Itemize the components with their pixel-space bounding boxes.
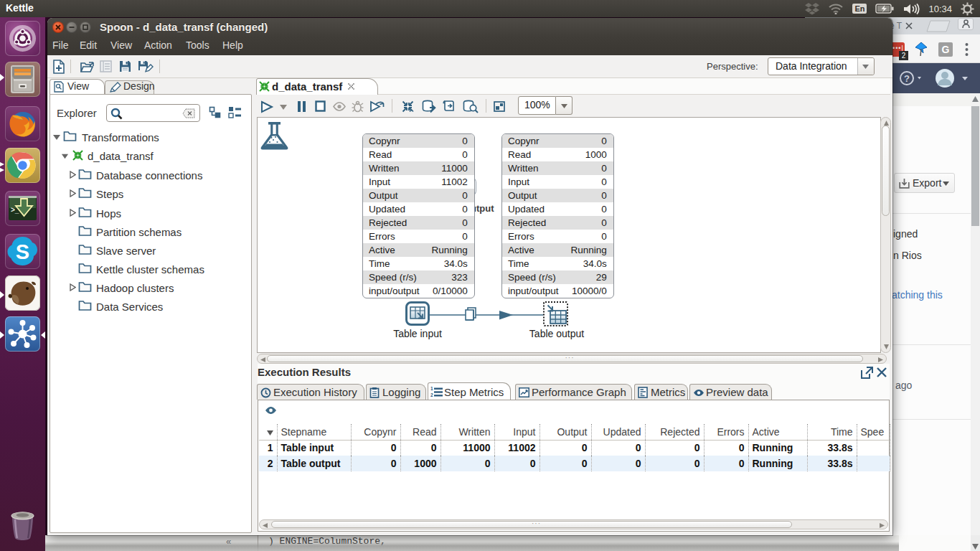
svg-text:S: S	[16, 240, 29, 263]
svg-text:2: 2	[430, 392, 433, 397]
svg-text:?: ?	[904, 73, 910, 84]
svg-text:1: 1	[430, 387, 433, 391]
